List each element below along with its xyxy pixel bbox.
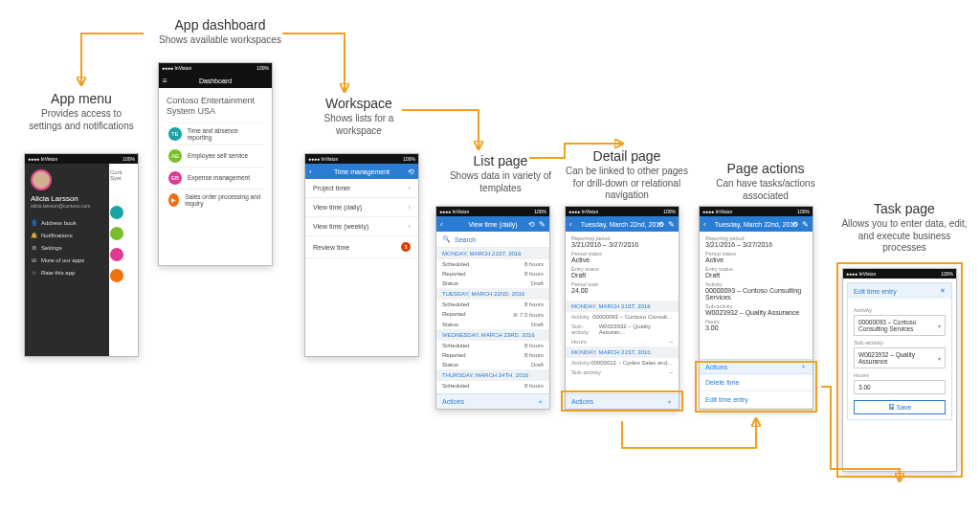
label-title: Task page bbox=[837, 201, 971, 216]
back-icon[interactable]: ‹ bbox=[569, 216, 572, 232]
back-icon[interactable]: ‹ bbox=[703, 216, 706, 232]
page-title: Tuesday, March 22nd, 2016 bbox=[581, 221, 663, 228]
user-email: alicia.larsson@contoso.com bbox=[31, 203, 103, 209]
workspace-list-row[interactable]: Review time3 bbox=[305, 236, 418, 258]
field-value: W0023932 – Quality Assurance bbox=[705, 309, 807, 316]
page-title: Time management bbox=[334, 168, 390, 175]
avatar[interactable] bbox=[31, 169, 52, 190]
title-bar: ≡ Dashboard bbox=[159, 73, 272, 88]
detail-field: Entry statusDraft bbox=[705, 266, 807, 279]
label-subtitle: Provides access to settings and notifica… bbox=[24, 108, 139, 132]
label-title: Page actions bbox=[699, 161, 833, 176]
workspace-list-row[interactable]: Project timer› bbox=[305, 179, 418, 198]
label-title: App dashboard bbox=[144, 17, 297, 33]
menu-item-label: Address book bbox=[41, 220, 77, 226]
phone-task-page: ●●●● InVision100% Edit time entry ✕ Acti… bbox=[842, 268, 957, 472]
task-panel-header: Edit time entry ✕ bbox=[848, 283, 951, 299]
menu-item[interactable]: ⊞More of our apps bbox=[31, 254, 103, 266]
chevron-right-icon: › bbox=[409, 204, 411, 211]
chevron-down-icon: ▾ bbox=[938, 323, 941, 329]
edit-icon[interactable]: ✎ bbox=[802, 220, 809, 229]
menu-item[interactable]: 👤Address book bbox=[31, 216, 103, 229]
group-header[interactable]: WEDNESDAY, MARCH 23RD, 2016 bbox=[436, 329, 549, 341]
plus-icon[interactable]: ＋ bbox=[666, 397, 673, 407]
search-icon: 🔍 bbox=[442, 235, 451, 243]
workspace-list-row[interactable]: View time (weekly)› bbox=[305, 217, 418, 236]
refresh-icon[interactable]: ⟲ bbox=[791, 220, 798, 229]
refresh-icon[interactable]: ⟲ bbox=[528, 220, 535, 229]
label-subtitle: Shows lists for a workspace bbox=[301, 113, 416, 137]
group-header[interactable]: MONDAY, MARCH 21ST, 2016 bbox=[566, 346, 679, 358]
plus-icon[interactable]: ＋ bbox=[800, 362, 807, 371]
group-header[interactable]: TUESDAY, MARCH 22ND, 2016 bbox=[436, 288, 549, 300]
data-key: Reported bbox=[442, 311, 466, 318]
group-header[interactable]: MONDAY, MARCH 21ST, 2016 bbox=[436, 248, 549, 259]
peek-ws-icon bbox=[110, 248, 123, 261]
carrier-text: ●●●● InVision bbox=[28, 156, 57, 162]
menu-item[interactable]: 🔔Notifications bbox=[31, 229, 103, 241]
action-item[interactable]: Edit time entry bbox=[700, 391, 813, 409]
data-key: Sub-activity bbox=[571, 323, 599, 335]
label-title: App menu bbox=[24, 91, 139, 106]
actions-header[interactable]: Actions ＋ bbox=[700, 359, 813, 374]
menu-item[interactable]: ⚙Settings bbox=[31, 241, 103, 254]
back-icon[interactable]: ‹ bbox=[440, 216, 443, 232]
action-item[interactable]: Delete time bbox=[700, 374, 813, 391]
edit-icon[interactable]: ✎ bbox=[539, 220, 546, 229]
dropdown-field[interactable]: W0023932 – Quality Assurance▾ bbox=[854, 347, 946, 368]
group-header[interactable]: THURSDAY, MARCH 24TH, 2016 bbox=[436, 369, 549, 381]
phone-page-actions: ●●●● InVision100% ‹ Tuesday, March 22nd,… bbox=[699, 206, 813, 410]
data-value: 8 hours bbox=[524, 261, 544, 267]
menu-item[interactable]: ☆Rate this app bbox=[31, 266, 103, 279]
data-value: – bbox=[670, 369, 673, 375]
title-bar: ‹ Tuesday, March 22nd, 2016 ⟲✎ bbox=[700, 216, 813, 232]
workspace-label: Expense management bbox=[188, 174, 250, 181]
actions-bar[interactable]: Actions ＋ bbox=[436, 393, 549, 409]
field-value: 3/21/2016 – 3/27/2016 bbox=[705, 241, 807, 248]
workspace-tile[interactable]: EBExpense management bbox=[167, 167, 264, 189]
phone-list-page: ●●●● InVision100% ‹ View time (daily) ⟲✎… bbox=[435, 206, 550, 410]
save-button[interactable]: 🖫 Save bbox=[854, 400, 946, 414]
label-page-actions: Page actions Can have tasks/actions asso… bbox=[699, 161, 833, 202]
data-key: Activity bbox=[571, 314, 590, 320]
menu-item-icon: ⊞ bbox=[31, 256, 37, 263]
task-field-label: Sub-activity bbox=[854, 340, 946, 346]
group-header[interactable]: MONDAY, MARCH 21ST, 2016 bbox=[566, 301, 679, 312]
text-field[interactable]: 3.00 bbox=[854, 380, 946, 394]
detail-field: Period statusActive bbox=[571, 251, 673, 263]
plus-icon[interactable]: ＋ bbox=[537, 397, 544, 407]
workspace-list-row[interactable]: View time (daily)› bbox=[305, 198, 418, 217]
data-key: Scheduled bbox=[442, 343, 469, 348]
title-bar: ‹ View time (daily) ⟲✎ bbox=[436, 216, 549, 232]
count-badge: 3 bbox=[401, 242, 411, 252]
dropdown-field[interactable]: 00000093 – Contoso Consulting Services▾ bbox=[854, 315, 946, 336]
data-value: Draft bbox=[531, 280, 544, 286]
hamburger-icon[interactable]: ≡ bbox=[163, 73, 167, 88]
page-title: Dashboard bbox=[199, 78, 232, 84]
refresh-icon[interactable]: ⟲ bbox=[657, 220, 664, 229]
edit-icon[interactable]: ✎ bbox=[668, 220, 675, 229]
workspace-tile[interactable]: AEEmployee self service bbox=[167, 145, 264, 167]
data-key: Status bbox=[442, 280, 458, 286]
label-app-menu: App menu Provides access to settings and… bbox=[24, 91, 139, 132]
detail-field: Period total24.00 bbox=[571, 281, 673, 294]
actions-bar[interactable]: Actions ＋ bbox=[566, 393, 679, 409]
field-value: 3.00 bbox=[705, 324, 807, 331]
task-panel: Edit time entry ✕ Activity00000093 – Con… bbox=[847, 282, 952, 420]
back-icon[interactable]: ‹ bbox=[309, 164, 312, 179]
close-icon[interactable]: ✕ bbox=[940, 287, 946, 295]
title-bar: ‹ Tuesday, March 22nd, 2016 ⟲✎ bbox=[566, 216, 679, 232]
workspace-tile[interactable]: TETime and absence reporting bbox=[167, 123, 264, 145]
label-subtitle: Shows available workspaces bbox=[144, 34, 297, 47]
task-field-label: Activity bbox=[854, 307, 946, 313]
menu-item-label: Rate this app bbox=[41, 270, 75, 276]
field-value: Draft bbox=[705, 272, 807, 279]
workspace-tile[interactable]: ▶Sales order processing and inquiry bbox=[167, 189, 264, 211]
detail-field: Sub-activityW0023932 – Quality Assurance bbox=[705, 303, 807, 316]
field-value: Active bbox=[571, 256, 673, 263]
field-value: Draft bbox=[571, 272, 673, 279]
data-key: Sub-activity bbox=[571, 369, 601, 375]
refresh-icon[interactable]: ⟲ bbox=[408, 167, 414, 176]
battery-text: 100% bbox=[122, 156, 135, 162]
search-row[interactable]: 🔍 Search bbox=[436, 232, 549, 248]
